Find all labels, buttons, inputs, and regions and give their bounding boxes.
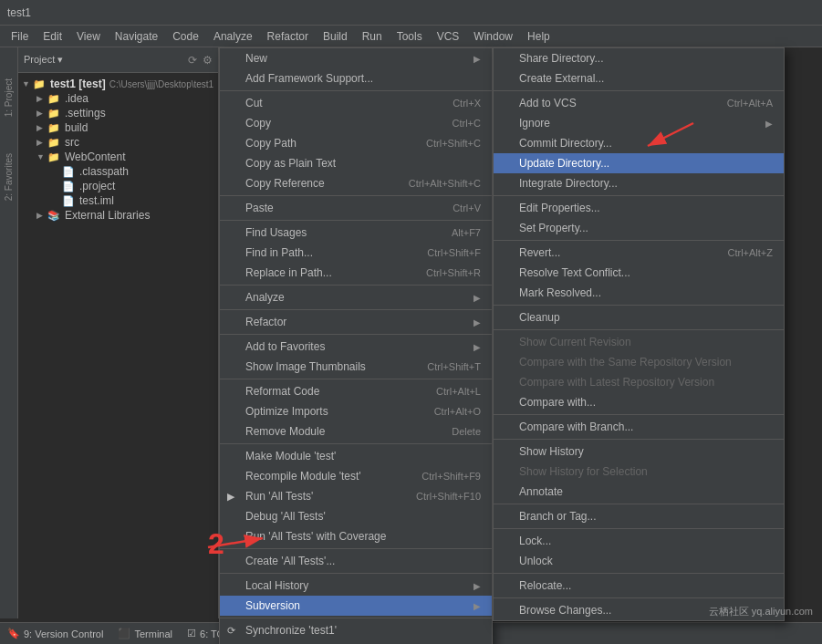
ctx-new-arrow: ▶ (473, 54, 481, 64)
ctx-add-framework[interactable]: Add Framework Support... (220, 68, 492, 88)
status-terminal[interactable]: ⬛ Terminal (118, 628, 172, 639)
menu-tools[interactable]: Tools (390, 28, 430, 45)
sub-compare-with[interactable]: Compare with... (494, 392, 784, 412)
ctx-create-all[interactable]: Create 'All Tests'... (220, 551, 492, 571)
tree-item-src[interactable]: ▶ 📁 src (33, 135, 218, 150)
version-control-label: 9: Version Control (24, 628, 103, 639)
tree-item-testiml[interactable]: 📄 test.iml (47, 193, 218, 208)
tree-item-idea[interactable]: ▶ 📁 .idea (33, 91, 218, 106)
menu-navigate[interactable]: Navigate (108, 28, 165, 45)
sub-compare-same: Compare with the Same Repository Version (494, 352, 784, 372)
sub-revert-label: Revert... (519, 246, 560, 259)
sync-icon[interactable]: ⟳ (188, 54, 197, 67)
sub-share-dir[interactable]: Share Directory... (494, 48, 784, 68)
ctx-copy-ref[interactable]: Copy Reference Ctrl+Alt+Shift+C (220, 173, 492, 193)
sub-annotate[interactable]: Annotate (494, 482, 784, 502)
sub-compare-branch[interactable]: Compare with Branch... (494, 417, 784, 437)
sub-relocate[interactable]: Relocate... (494, 576, 784, 596)
sub-show-history-sel: Show History for Selection (494, 462, 784, 482)
ctx-replace-path[interactable]: Replace in Path... Ctrl+Shift+R (220, 263, 492, 283)
ctx-remove-module[interactable]: Remove Module Delete (220, 421, 492, 441)
ctx-run-coverage[interactable]: Run 'All Tests' with Coverage (220, 526, 492, 546)
menu-file[interactable]: File (4, 28, 36, 45)
ctx-copy-path[interactable]: Copy Path Ctrl+Shift+C (220, 133, 492, 153)
tree-item-project[interactable]: 📄 .project (47, 179, 218, 193)
project-header: Project ▾ ⟳ ⚙ (18, 47, 218, 73)
ctx-add-framework-label: Add Framework Support... (245, 72, 373, 85)
menu-refactor[interactable]: Refactor (260, 28, 316, 45)
ctx-synchronize[interactable]: ⟳ Synchronize 'test1' (220, 620, 492, 640)
sub-revert[interactable]: Revert... Ctrl+Alt+Z (494, 243, 784, 263)
ctx-refactor[interactable]: Refactor ▶ (220, 312, 492, 332)
sub-integrate-dir[interactable]: Integrate Directory... (494, 173, 784, 193)
menu-window[interactable]: Window (466, 28, 520, 45)
settings-icon[interactable]: ⚙ (203, 54, 213, 67)
ctx-show-thumbnails-shortcut: Ctrl+Shift+T (427, 361, 481, 372)
sub-add-vcs[interactable]: Add to VCS Ctrl+Alt+A (494, 93, 784, 113)
sub-set-prop[interactable]: Set Property... (494, 218, 784, 238)
sub-ignore[interactable]: Ignore ▶ (494, 113, 784, 133)
sub-mark-resolved[interactable]: Mark Resolved... (494, 283, 784, 303)
sub-branch-tag[interactable]: Branch or Tag... (494, 506, 784, 526)
sub-compare-same-label: Compare with the Same Repository Version (519, 356, 732, 369)
sub-unlock-label: Unlock (519, 555, 553, 567)
menu-analyze[interactable]: Analyze (206, 28, 260, 45)
ctx-optimize[interactable]: Optimize Imports Ctrl+Alt+O (220, 401, 492, 421)
ctx-cut[interactable]: Cut Ctrl+X (220, 93, 492, 113)
tree-item-classpath[interactable]: 📄 .classpath (47, 164, 218, 179)
menu-run[interactable]: Run (355, 28, 390, 45)
ctx-local-history[interactable]: Local History ▶ (220, 576, 492, 596)
ctx-run-all[interactable]: ▶ Run 'All Tests' Ctrl+Shift+F10 (220, 486, 492, 506)
ctx-show-thumbnails[interactable]: Show Image Thumbnails Ctrl+Shift+T (220, 357, 492, 377)
ctx-make-module[interactable]: Make Module 'test' (220, 446, 492, 466)
ctx-refactor-label: Refactor (245, 316, 286, 328)
ctx-copy-plain[interactable]: Copy as Plain Text (220, 153, 492, 173)
sub-edit-props-label: Edit Properties... (519, 202, 600, 214)
sub-sep3 (494, 240, 784, 241)
tree-item-external-libs[interactable]: ▶ 📚 External Libraries (33, 208, 218, 223)
ctx-debug-all-label: Debug 'All Tests' (245, 510, 326, 523)
menu-code[interactable]: Code (165, 28, 206, 45)
tree-item-root[interactable]: ▼ 📁 test1 [test] C:\Users\jjjj\Desktop\t… (18, 77, 218, 91)
status-version-control[interactable]: 🔖 9: Version Control (7, 628, 103, 639)
sub-cleanup[interactable]: Cleanup (494, 307, 784, 327)
ctx-add-favorites[interactable]: Add to Favorites ▶ (220, 337, 492, 357)
ctx-copy[interactable]: Copy Ctrl+C (220, 113, 492, 133)
ctx-find-usages[interactable]: Find Usages Alt+F7 (220, 223, 492, 243)
ctx-find-path-label: Find in Path... (245, 246, 313, 259)
tree-item-webcontent[interactable]: ▼ 📁 WebContent (33, 150, 218, 164)
ctx-recompile[interactable]: Recompile Module 'test' Ctrl+Shift+F9 (220, 466, 492, 486)
ctx-show-explorer[interactable]: Show in Explorer (220, 640, 492, 644)
sub-resolve-conflict[interactable]: Resolve Text Conflict... (494, 263, 784, 283)
sub-edit-props[interactable]: Edit Properties... (494, 198, 784, 218)
sub-lock[interactable]: Lock... (494, 531, 784, 551)
ctx-paste[interactable]: Paste Ctrl+V (220, 198, 492, 218)
ctx-run-all-label: Run 'All Tests' (245, 490, 313, 503)
ctx-find-path[interactable]: Find in Path... Ctrl+Shift+F (220, 243, 492, 263)
sub-unlock[interactable]: Unlock (494, 551, 784, 571)
ctx-analyze-label: Analyze (245, 291, 285, 304)
ctx-sep6 (220, 334, 492, 335)
ctx-reformat[interactable]: Reformat Code Ctrl+Alt+L (220, 381, 492, 401)
tree-item-build[interactable]: ▶ 📁 build (33, 120, 218, 135)
ctx-debug-all[interactable]: Debug 'All Tests' (220, 506, 492, 526)
menu-view[interactable]: View (69, 28, 108, 45)
ctx-new[interactable]: New ▶ (220, 48, 492, 68)
menu-edit[interactable]: Edit (36, 28, 69, 45)
sub-create-external[interactable]: Create External... (494, 68, 784, 88)
sub-ignore-label: Ignore (519, 117, 550, 130)
menu-vcs[interactable]: VCS (430, 28, 467, 45)
sub-show-history[interactable]: Show History (494, 441, 784, 462)
project-dropdown-label[interactable]: Project ▾ (24, 54, 63, 66)
sub-update-dir[interactable]: Update Directory... (494, 153, 784, 173)
menu-help[interactable]: Help (520, 28, 557, 45)
menu-build[interactable]: Build (316, 28, 355, 45)
ctx-sep1 (220, 90, 492, 91)
sub-show-history-label: Show History (519, 445, 584, 458)
ctx-sep7 (220, 379, 492, 379)
tree-item-settings[interactable]: ▶ 📁 .settings (33, 106, 218, 120)
ctx-subversion[interactable]: Subversion ▶ (220, 596, 492, 616)
ctx-analyze[interactable]: Analyze ▶ (220, 287, 492, 307)
sub-sep10 (494, 573, 784, 574)
sub-commit-dir[interactable]: Commit Directory... (494, 133, 784, 153)
